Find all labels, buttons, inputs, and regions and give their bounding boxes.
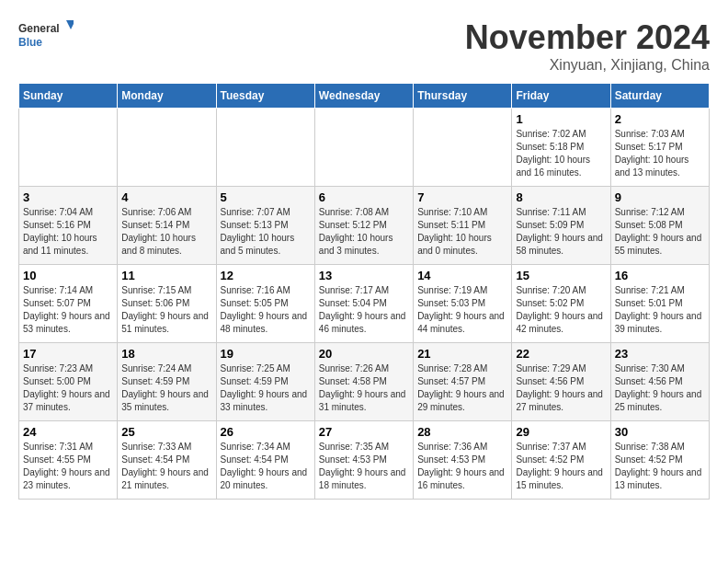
calendar-cell — [19, 109, 118, 187]
day-info: Sunrise: 7:14 AM Sunset: 5:07 PM Dayligh… — [23, 284, 113, 336]
calendar-cell: 20Sunrise: 7:26 AM Sunset: 4:58 PM Dayli… — [314, 343, 413, 421]
day-number: 30 — [615, 425, 705, 439]
calendar-cell: 15Sunrise: 7:20 AM Sunset: 5:02 PM Dayli… — [512, 265, 610, 343]
calendar-cell: 11Sunrise: 7:15 AM Sunset: 5:06 PM Dayli… — [118, 265, 216, 343]
day-number: 3 — [23, 190, 113, 204]
day-info: Sunrise: 7:15 AM Sunset: 5:06 PM Dayligh… — [121, 284, 211, 336]
day-number: 21 — [417, 347, 507, 361]
day-number: 13 — [319, 269, 409, 282]
header: General Blue November 2024 Xinyuan, Xinj… — [18, 18, 710, 74]
calendar-cell: 2Sunrise: 7:03 AM Sunset: 5:17 PM Daylig… — [610, 109, 709, 187]
calendar-cell: 22Sunrise: 7:29 AM Sunset: 4:56 PM Dayli… — [512, 343, 610, 421]
day-info: Sunrise: 7:10 AM Sunset: 5:11 PM Dayligh… — [417, 206, 507, 258]
calendar-cell: 1Sunrise: 7:02 AM Sunset: 5:18 PM Daylig… — [512, 109, 610, 187]
calendar-week-row: 24Sunrise: 7:31 AM Sunset: 4:55 PM Dayli… — [19, 421, 710, 500]
day-number: 1 — [516, 112, 606, 126]
calendar-cell: 23Sunrise: 7:30 AM Sunset: 4:56 PM Dayli… — [610, 343, 709, 421]
calendar-cell: 24Sunrise: 7:31 AM Sunset: 4:55 PM Dayli… — [19, 421, 118, 500]
calendar-cell: 16Sunrise: 7:21 AM Sunset: 5:01 PM Dayli… — [610, 265, 709, 343]
day-number: 19 — [221, 347, 311, 361]
calendar-cell — [414, 109, 512, 187]
calendar-cell — [216, 109, 314, 187]
calendar-cell: 14Sunrise: 7:19 AM Sunset: 5:03 PM Dayli… — [414, 265, 512, 343]
day-info: Sunrise: 7:30 AM Sunset: 4:56 PM Dayligh… — [615, 362, 705, 414]
location-title: Xinyuan, Xinjiang, China — [465, 57, 710, 74]
day-info: Sunrise: 7:34 AM Sunset: 4:54 PM Dayligh… — [221, 441, 311, 492]
logo-svg: General Blue — [18, 18, 74, 55]
calendar-cell: 4Sunrise: 7:06 AM Sunset: 5:14 PM Daylig… — [118, 187, 216, 265]
calendar-cell: 18Sunrise: 7:24 AM Sunset: 4:59 PM Dayli… — [118, 343, 216, 421]
calendar-cell: 30Sunrise: 7:38 AM Sunset: 4:52 PM Dayli… — [610, 421, 709, 500]
calendar-cell: 12Sunrise: 7:16 AM Sunset: 5:05 PM Dayli… — [216, 265, 314, 343]
day-info: Sunrise: 7:35 AM Sunset: 4:53 PM Dayligh… — [319, 441, 409, 492]
calendar-cell: 8Sunrise: 7:11 AM Sunset: 5:09 PM Daylig… — [512, 187, 610, 265]
day-number: 20 — [319, 347, 409, 361]
svg-marker-2 — [66, 20, 74, 29]
weekday-header: Monday — [118, 84, 216, 109]
day-number: 29 — [516, 425, 606, 439]
day-number: 2 — [615, 112, 705, 126]
month-title: November 2024 — [465, 18, 710, 57]
day-number: 5 — [221, 190, 311, 204]
day-number: 27 — [319, 425, 409, 439]
calendar-cell: 25Sunrise: 7:33 AM Sunset: 4:54 PM Dayli… — [118, 421, 216, 500]
weekday-header: Tuesday — [216, 84, 314, 109]
day-number: 8 — [516, 190, 606, 204]
day-number: 23 — [615, 347, 705, 361]
day-info: Sunrise: 7:20 AM Sunset: 5:02 PM Dayligh… — [516, 284, 606, 336]
weekday-header: Wednesday — [314, 84, 413, 109]
day-info: Sunrise: 7:02 AM Sunset: 5:18 PM Dayligh… — [516, 128, 606, 179]
weekday-header-row: SundayMondayTuesdayWednesdayThursdayFrid… — [19, 84, 710, 109]
day-info: Sunrise: 7:25 AM Sunset: 4:59 PM Dayligh… — [221, 362, 311, 414]
calendar-table: SundayMondayTuesdayWednesdayThursdayFrid… — [18, 83, 710, 500]
day-info: Sunrise: 7:33 AM Sunset: 4:54 PM Dayligh… — [121, 441, 211, 492]
calendar-cell: 7Sunrise: 7:10 AM Sunset: 5:11 PM Daylig… — [414, 187, 512, 265]
day-number: 15 — [516, 269, 606, 282]
day-number: 16 — [615, 269, 705, 282]
day-number: 25 — [121, 425, 211, 439]
day-info: Sunrise: 7:21 AM Sunset: 5:01 PM Dayligh… — [615, 284, 705, 336]
calendar-cell: 9Sunrise: 7:12 AM Sunset: 5:08 PM Daylig… — [610, 187, 709, 265]
weekday-header: Friday — [512, 84, 610, 109]
day-info: Sunrise: 7:24 AM Sunset: 4:59 PM Dayligh… — [121, 362, 211, 414]
day-number: 10 — [23, 269, 113, 282]
calendar-cell: 29Sunrise: 7:37 AM Sunset: 4:52 PM Dayli… — [512, 421, 610, 500]
day-info: Sunrise: 7:19 AM Sunset: 5:03 PM Dayligh… — [417, 284, 507, 336]
calendar-cell: 3Sunrise: 7:04 AM Sunset: 5:16 PM Daylig… — [19, 187, 118, 265]
day-number: 17 — [23, 347, 113, 361]
logo: General Blue — [18, 18, 74, 55]
weekday-header: Thursday — [414, 84, 512, 109]
calendar-cell: 10Sunrise: 7:14 AM Sunset: 5:07 PM Dayli… — [19, 265, 118, 343]
day-number: 26 — [221, 425, 311, 439]
day-info: Sunrise: 7:26 AM Sunset: 4:58 PM Dayligh… — [319, 362, 409, 414]
svg-text:Blue: Blue — [18, 36, 42, 49]
calendar-week-row: 1Sunrise: 7:02 AM Sunset: 5:18 PM Daylig… — [19, 109, 710, 187]
day-info: Sunrise: 7:37 AM Sunset: 4:52 PM Dayligh… — [516, 441, 606, 492]
calendar-cell: 17Sunrise: 7:23 AM Sunset: 5:00 PM Dayli… — [19, 343, 118, 421]
day-number: 22 — [516, 347, 606, 361]
day-info: Sunrise: 7:36 AM Sunset: 4:53 PM Dayligh… — [417, 441, 507, 492]
day-number: 7 — [417, 190, 507, 204]
day-info: Sunrise: 7:04 AM Sunset: 5:16 PM Dayligh… — [23, 206, 113, 258]
day-number: 12 — [221, 269, 311, 282]
day-number: 14 — [417, 269, 507, 282]
day-info: Sunrise: 7:06 AM Sunset: 5:14 PM Dayligh… — [121, 206, 211, 258]
calendar-cell: 19Sunrise: 7:25 AM Sunset: 4:59 PM Dayli… — [216, 343, 314, 421]
calendar-cell: 13Sunrise: 7:17 AM Sunset: 5:04 PM Dayli… — [314, 265, 413, 343]
day-info: Sunrise: 7:38 AM Sunset: 4:52 PM Dayligh… — [615, 441, 705, 492]
day-number: 9 — [615, 190, 705, 204]
title-area: November 2024 Xinyuan, Xinjiang, China — [465, 18, 710, 74]
calendar-week-row: 10Sunrise: 7:14 AM Sunset: 5:07 PM Dayli… — [19, 265, 710, 343]
day-info: Sunrise: 7:08 AM Sunset: 5:12 PM Dayligh… — [319, 206, 409, 258]
day-number: 28 — [417, 425, 507, 439]
calendar-cell: 27Sunrise: 7:35 AM Sunset: 4:53 PM Dayli… — [314, 421, 413, 500]
day-info: Sunrise: 7:17 AM Sunset: 5:04 PM Dayligh… — [319, 284, 409, 336]
calendar-cell: 28Sunrise: 7:36 AM Sunset: 4:53 PM Dayli… — [414, 421, 512, 500]
day-info: Sunrise: 7:03 AM Sunset: 5:17 PM Dayligh… — [615, 128, 705, 179]
calendar-cell — [314, 109, 413, 187]
calendar-week-row: 3Sunrise: 7:04 AM Sunset: 5:16 PM Daylig… — [19, 187, 710, 265]
day-number: 6 — [319, 190, 409, 204]
calendar-cell: 26Sunrise: 7:34 AM Sunset: 4:54 PM Dayli… — [216, 421, 314, 500]
day-info: Sunrise: 7:11 AM Sunset: 5:09 PM Dayligh… — [516, 206, 606, 258]
day-info: Sunrise: 7:16 AM Sunset: 5:05 PM Dayligh… — [221, 284, 311, 336]
